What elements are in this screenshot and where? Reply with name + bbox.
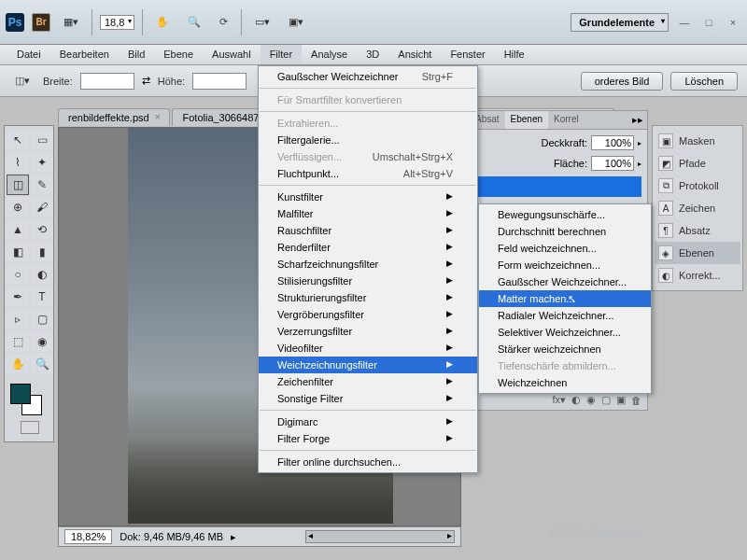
folder-icon[interactable]: ▢	[601, 394, 611, 406]
menu-datei[interactable]: Datei	[7, 45, 50, 64]
swap-icon[interactable]: ⇄	[142, 75, 150, 87]
sub-feld[interactable]: Feld weichzeichnen...	[479, 240, 651, 257]
panel-absatz[interactable]: ¶Absatz	[655, 219, 740, 242]
rotate-view-icon[interactable]: ⟳	[214, 14, 233, 30]
menu-ansicht[interactable]: Ansicht	[388, 45, 441, 64]
wand-tool-icon[interactable]: ✦	[31, 152, 53, 173]
doc-tab[interactable]: Fotolia_3066487	[172, 108, 269, 126]
lasso-tool-icon[interactable]: ⌇	[7, 152, 29, 173]
move-tool-icon[interactable]: ↖	[7, 130, 29, 150]
workspace-select[interactable]: Grundelemente	[571, 13, 669, 32]
quickmask-icon[interactable]	[21, 421, 39, 434]
sub-selektiv[interactable]: Selektiver Weichzeichner...	[479, 324, 651, 341]
dodge-tool-icon[interactable]: ◐	[31, 264, 53, 285]
eyedropper-tool-icon[interactable]: ✎	[31, 175, 53, 195]
opacity-input[interactable]	[591, 135, 634, 150]
height-input[interactable]	[192, 73, 247, 90]
layout-icon[interactable]: ▦▾	[58, 14, 84, 30]
panel-zeichen[interactable]: AZeichen	[655, 197, 740, 219]
sub-matter[interactable]: Matter machen...↖	[479, 290, 651, 307]
sub-gauss[interactable]: Gaußscher Weichzeichner...	[479, 273, 651, 290]
sub-radial[interactable]: Radialer Weichzeichner...	[479, 307, 651, 324]
marquee-tool-icon[interactable]: ▭	[31, 130, 53, 150]
menu-auswahl[interactable]: Auswahl	[203, 45, 261, 64]
menu-filter-online[interactable]: Filter online durchsuchen...	[259, 454, 477, 470]
menu-3d[interactable]: 3D	[357, 45, 388, 64]
chevron-right-icon[interactable]: ▸	[231, 531, 236, 543]
tab-ebenen[interactable]: Ebenen	[505, 111, 548, 129]
menu-filtergalerie[interactable]: Filtergalerie...	[259, 132, 477, 148]
menu-hilfe[interactable]: Hilfe	[495, 45, 534, 64]
arrange-icon[interactable]: ▭▾	[249, 14, 275, 30]
mask-icon[interactable]: ◐	[571, 394, 581, 406]
menu-videofilter[interactable]: Videofilter▶	[259, 340, 477, 357]
menu-scharfzeichnung[interactable]: Scharfzeichnungsfilter▶	[259, 256, 477, 273]
panel-masken[interactable]: ▣Masken	[655, 130, 740, 152]
chevron-right-icon[interactable]: ▸	[638, 139, 641, 147]
hand-tool-icon[interactable]: ✋	[150, 14, 175, 30]
brush-tool-icon[interactable]: 🖌	[31, 197, 53, 217]
menu-stilisierung[interactable]: Stilisierungsfilter▶	[259, 273, 477, 289]
menu-ebene[interactable]: Ebene	[154, 45, 203, 64]
color-swatches[interactable]	[7, 382, 53, 419]
maximize-icon[interactable]: □	[700, 17, 717, 28]
menu-kunstfilter[interactable]: Kunstfilter▶	[259, 189, 477, 205]
screen-mode-icon[interactable]: ▣▾	[283, 14, 309, 30]
menu-vergroeberung[interactable]: Vergröberungsfilter▶	[259, 306, 477, 323]
3d-camera-icon[interactable]: ◉	[31, 331, 53, 352]
zoom-tool-icon[interactable]: 🔍	[182, 14, 206, 30]
pen-tool-icon[interactable]: ✒	[7, 287, 29, 307]
menu-fluchtpunkt[interactable]: Fluchtpunkt...Alt+Strg+V	[259, 165, 477, 182]
type-tool-icon[interactable]: T	[31, 287, 53, 307]
h-scrollbar[interactable]	[305, 530, 455, 543]
crop-tool-preset-icon[interactable]: ◫▾	[9, 73, 35, 89]
sub-staerker[interactable]: Stärker weichzeichnen	[479, 341, 651, 357]
panel-ebenen[interactable]: ◈Ebenen	[655, 242, 740, 264]
menu-filter[interactable]: Filter	[261, 45, 302, 64]
close-icon[interactable]: ×	[725, 17, 741, 28]
panel-protokoll[interactable]: ⧉Protokoll	[655, 175, 740, 197]
zoom-select[interactable]: 18,8	[100, 15, 134, 30]
minimize-icon[interactable]: —	[676, 17, 693, 28]
zoom-tool-icon[interactable]: 🔍	[31, 354, 53, 374]
hand-tool-icon[interactable]: ✋	[7, 354, 29, 374]
sub-bewegung[interactable]: Bewegungsunschärfe...	[479, 206, 651, 223]
menu-malfilter[interactable]: Malfilter▶	[259, 205, 477, 222]
panel-korrekturen[interactable]: ◐Korrekt...	[655, 264, 740, 287]
doc-tab[interactable]: renbildeffekte.psd×	[58, 108, 170, 126]
sub-weichzeichnen[interactable]: Weichzeichnen	[479, 374, 651, 391]
history-brush-icon[interactable]: ⟲	[31, 219, 53, 240]
zoom-percent[interactable]: 18,82%	[64, 529, 112, 544]
menu-verzerrung[interactable]: Verzerrungsfilter▶	[259, 323, 477, 340]
width-input[interactable]	[80, 73, 134, 90]
panel-pfade[interactable]: ◩Pfade	[655, 152, 740, 175]
menu-weichzeichnung[interactable]: Weichzeichnungsfilter▶	[259, 357, 477, 373]
panel-more-icon[interactable]: ▸▸	[628, 111, 647, 129]
crop-tool-icon[interactable]: ◫	[7, 175, 29, 195]
tab-korrekturen[interactable]: Korrel	[548, 111, 585, 129]
gradient-tool-icon[interactable]: ▮	[31, 242, 53, 262]
sub-form[interactable]: Form weichzeichnen...	[479, 257, 651, 273]
fg-color[interactable]	[10, 384, 31, 404]
fx-icon[interactable]: fx▾	[552, 394, 566, 406]
eraser-tool-icon[interactable]: ◧	[7, 242, 29, 262]
adjust-icon[interactable]: ◉	[586, 394, 596, 406]
trash-icon[interactable]: 🗑	[631, 395, 641, 406]
new-layer-icon[interactable]: ▣	[616, 394, 626, 406]
bridge-icon[interactable]: Br	[32, 13, 50, 32]
menu-last-filter[interactable]: Gaußscher WeichzeichnerStrg+F	[259, 68, 477, 85]
3d-tool-icon[interactable]: ⬚	[7, 331, 29, 352]
menu-bild[interactable]: Bild	[119, 45, 154, 64]
clear-button[interactable]: Löschen	[670, 72, 738, 91]
menu-strukturierung[interactable]: Strukturierungsfilter▶	[259, 289, 477, 306]
close-tab-icon[interactable]: ×	[155, 112, 161, 123]
menu-digimarc[interactable]: Digimarc▶	[259, 413, 477, 430]
menu-bearbeiten[interactable]: Bearbeiten	[50, 45, 119, 64]
menu-fenster[interactable]: Fenster	[441, 45, 494, 64]
layer-row[interactable]	[475, 176, 641, 197]
chevron-right-icon[interactable]: ▸	[638, 160, 641, 168]
menu-rauschfilter[interactable]: Rauschfilter▶	[259, 222, 477, 239]
menu-analyse[interactable]: Analyse	[302, 45, 357, 64]
sub-durchschnitt[interactable]: Durchschnitt berechnen	[479, 223, 651, 240]
menu-zeichenfilter[interactable]: Zeichenfilter▶	[259, 373, 477, 390]
